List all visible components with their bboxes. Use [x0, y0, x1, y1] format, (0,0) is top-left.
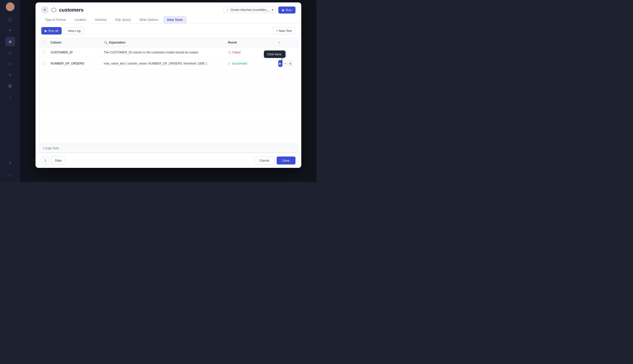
modal-title: customers [59, 7, 84, 13]
row2-checkbox[interactable] [42, 62, 46, 65]
empty-row [39, 112, 298, 123]
tab-sql-query[interactable]: SQL Query [112, 16, 135, 24]
sidebar-icon-projects[interactable]: ◻ [5, 14, 15, 24]
tab-write-options[interactable]: Write Options [136, 16, 162, 24]
row2-actions: Click here. ▶ ✏ 🗑 [274, 58, 298, 69]
row2-checkbox-cell [39, 60, 48, 68]
table-filter-icon[interactable]: ≡ [276, 40, 282, 44]
tab-type-format[interactable]: Type & Format [41, 16, 70, 24]
run-all-play-icon: ▶ [45, 29, 47, 32]
col-header-result: Result [225, 41, 274, 44]
modal-header-right: ✓ Cluster Attached (snowflake_... ▾ ▶ Ru… [224, 6, 295, 14]
save-button[interactable]: Save [277, 156, 296, 164]
empty-row [39, 70, 298, 80]
sidebar-icon-download[interactable]: ↓ [5, 92, 15, 102]
view-log-button[interactable]: View Log [64, 27, 84, 34]
modal-dialog: × customers ✓ Cluster Attached (snowflak… [36, 2, 301, 168]
tab-location[interactable]: Location [70, 16, 90, 24]
col-header-checkbox [39, 41, 48, 44]
empty-row [39, 80, 298, 91]
row1-checkbox[interactable] [42, 51, 46, 54]
close-icon: × [44, 8, 46, 12]
run-button[interactable]: ▶ Run [278, 6, 296, 14]
col-header-expectation: 🔍 Expectation [101, 41, 225, 44]
sidebar-icon-pulse[interactable]: ∿ [5, 70, 15, 80]
sidebar-icon-graph[interactable]: ◈ [5, 37, 15, 46]
col-header-actions: ≡ [274, 40, 298, 44]
data-table: Column 🔍 Expectation Result ≡ CUSTOMER_I… [39, 38, 298, 153]
empty-row [39, 133, 298, 144]
cluster-label: Cluster Attached (snowflake_... [230, 8, 270, 12]
new-test-button[interactable]: + New Test [272, 27, 295, 34]
table-header: Column 🔍 Expectation Result ≡ [39, 38, 298, 47]
footer-right: Cancel Save [254, 156, 295, 164]
row2-column: NUMBER_OF_ORDERS [48, 60, 101, 68]
row1-expectation: The CUSTOMER_ID column in the customers … [101, 48, 225, 56]
run-play-icon: ▶ [282, 8, 284, 12]
tab-data-tests[interactable]: Data Tests [163, 16, 187, 24]
svg-marker-0 [52, 8, 56, 12]
info-button[interactable]: ℹ [41, 156, 50, 164]
modal-footer: ℹ Data Cancel Save [36, 153, 301, 168]
cluster-badge[interactable]: ✓ Cluster Attached (snowflake_... ▾ [224, 7, 276, 13]
run-label: Run [286, 8, 292, 12]
row2-delete-button[interactable]: 🗑 [288, 60, 292, 67]
row1-column: CUSTOMER_ID [48, 48, 101, 56]
close-button[interactable]: × [41, 6, 48, 14]
row2-action-buttons: ▶ ✏ 🗑 [276, 60, 295, 67]
sidebar-icon-add[interactable]: + [5, 26, 15, 35]
row2-edit-button[interactable]: ✏ [284, 60, 288, 67]
table-footer: 2 Data Tests [39, 144, 298, 152]
sidebar-icon-clock[interactable]: ○ [5, 59, 15, 68]
run-all-label: Run all [48, 29, 58, 32]
modal-header: × customers ✓ Cluster Attached (snowflak… [36, 2, 301, 14]
gem-icon [51, 7, 57, 13]
sidebar-icon-help[interactable]: ? [5, 159, 15, 168]
run-all-button[interactable]: ▶ Run all [41, 27, 62, 34]
cluster-chevron-icon: ▾ [272, 8, 273, 12]
header-checkbox[interactable] [42, 41, 46, 44]
col-header-column: Column [48, 41, 101, 44]
sidebar-icon-more[interactable]: ··· [5, 170, 15, 180]
toolbar-left: ▶ Run all View Log [41, 27, 84, 34]
row2-result-badge: ✓ Succeeded [228, 62, 270, 66]
sidebar-icon-grid[interactable]: ⊞ [5, 81, 15, 91]
empty-row [39, 123, 298, 133]
footer-left: ℹ Data [41, 156, 65, 164]
table-row: CUSTOMER_ID The CUSTOMER_ID column in th… [39, 47, 298, 58]
cluster-check-icon: ✓ [226, 8, 229, 12]
cancel-button[interactable]: Cancel [254, 156, 274, 164]
table-row: NUMBER_OF_ORDERS max_value_test ( column… [39, 58, 298, 70]
failed-warning-icon: ⚠ [228, 50, 231, 54]
row2-expectation: max_value_test ( column_name: NUMBER_OF_… [101, 60, 225, 68]
sidebar: ◻ + ◈ ◇ ○ ∿ ⊞ ↓ ? ··· [0, 0, 20, 182]
modal-header-left: × customers [41, 6, 84, 14]
tab-schema[interactable]: Schema [91, 16, 110, 24]
row1-checkbox-cell [39, 48, 48, 56]
succeeded-check-icon: ✓ [228, 62, 231, 66]
modal-toolbar: ▶ Run all View Log + New Test [36, 24, 301, 38]
empty-row [39, 91, 298, 102]
data-button[interactable]: Data [52, 156, 65, 164]
empty-row [39, 102, 298, 112]
modal-overlay: × customers ✓ Cluster Attached (snowflak… [20, 0, 316, 182]
sidebar-icon-diamond[interactable]: ◇ [5, 48, 15, 58]
tooltip: Click here. [264, 50, 285, 58]
expectation-search-icon[interactable]: 🔍 [104, 41, 108, 44]
app-logo[interactable] [6, 2, 14, 11]
modal-tabs: Type & Format Location Schema SQL Query … [36, 14, 301, 24]
row2-result: ✓ Succeeded [225, 60, 274, 68]
